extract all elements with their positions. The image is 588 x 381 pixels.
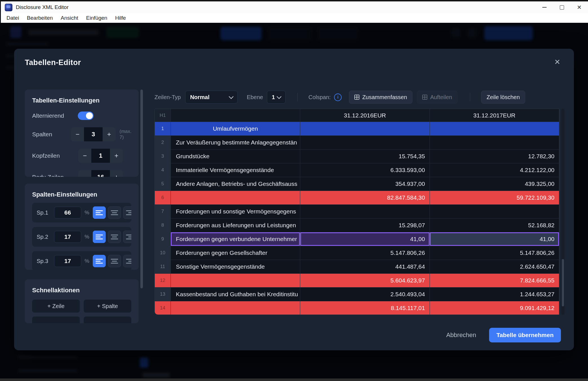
row-7-number-cell[interactable]: 7	[155, 205, 171, 219]
columns-decrement-button[interactable]: −	[71, 127, 84, 141]
minimize-button[interactable]	[536, 1, 553, 13]
row-10-number-cell[interactable]: 10	[155, 246, 171, 260]
row-9-value-2017-cell[interactable]: 41,00	[430, 232, 559, 246]
merge-cells-button[interactable]: Zusammenfassen	[349, 91, 412, 104]
row-3-label-cell[interactable]: Grundstücke	[171, 150, 300, 163]
add-column-button[interactable]: + Spalte	[84, 300, 131, 313]
header-row-number-cell[interactable]: H1	[155, 109, 171, 122]
align-center-button[interactable]	[108, 206, 121, 219]
split-cells-button[interactable]: Aufteilen	[417, 91, 457, 104]
row-1-label-cell[interactable]: Umlaufvermögen	[171, 122, 300, 136]
row-7-value-2017-cell[interactable]	[430, 205, 559, 219]
row-13-number-cell[interactable]: 13	[155, 288, 171, 301]
row-4-number-cell[interactable]: 4	[155, 163, 171, 177]
row-12-number-cell[interactable]: 12	[155, 274, 171, 288]
row-6-value-2016-cell[interactable]: 82.847.584,30	[300, 191, 430, 205]
delete-row-button[interactable]: Zeile löschen	[481, 91, 525, 104]
row-8-value-2016-cell[interactable]: 15.298,07	[300, 219, 430, 232]
row-8-number-cell[interactable]: 8	[155, 219, 171, 232]
align-center-button[interactable]	[108, 255, 121, 267]
apply-table-button[interactable]: Tabelle übernehmen	[489, 328, 561, 342]
body-rows-decrement-button[interactable]: −	[78, 170, 91, 177]
row-5-value-2016-cell[interactable]: 354.937,00	[300, 177, 430, 191]
row-14-label-cell[interactable]	[171, 301, 300, 315]
dialog-close-button[interactable]: ✕	[554, 58, 560, 66]
table-scrollbar-thumb[interactable]	[562, 259, 564, 306]
row-8-value-2017-cell[interactable]: 52.168,82	[430, 219, 559, 232]
alternating-toggle[interactable]	[78, 112, 94, 120]
align-right-button[interactable]	[123, 255, 131, 267]
row-12-label-cell[interactable]	[171, 274, 300, 288]
row-14-value-2017-cell[interactable]: 9.091.429,12	[430, 301, 559, 315]
row-11-label-cell[interactable]: Sonstige Vermögensgegenstände	[171, 260, 300, 274]
row-1-number-cell[interactable]: 1	[155, 122, 171, 136]
align-left-button[interactable]	[93, 231, 106, 243]
row-2-value-2016-cell[interactable]	[300, 136, 430, 150]
row-3-value-2017-cell[interactable]: 12.782,30	[430, 150, 559, 163]
row-4-value-2016-cell[interactable]: 6.333.593,00	[300, 163, 430, 177]
row-6-label-cell[interactable]	[171, 191, 300, 205]
maximize-button[interactable]	[553, 1, 571, 13]
body-rows-increment-button[interactable]: +	[110, 170, 123, 177]
row-4-value-2017-cell[interactable]: 4.212.122,00	[430, 163, 559, 177]
row-12-value-2017-cell[interactable]: 7.824.666,55	[430, 274, 559, 288]
row-13-value-2016-cell[interactable]: 2.540.493,04	[300, 288, 430, 301]
menu-item-einfuegen[interactable]: Einfügen	[82, 15, 111, 21]
level-select[interactable]: 1	[267, 91, 286, 104]
header-rows-increment-button[interactable]: +	[110, 149, 123, 163]
row-9-number-cell[interactable]: 9	[155, 232, 171, 246]
row-14-value-2016-cell[interactable]: 8.145.117,01	[300, 301, 430, 315]
row-8-label-cell[interactable]: Forderungen aus Lieferungen und Leistung…	[171, 219, 300, 232]
row-5-value-2017-cell[interactable]: 439.325,00	[430, 177, 559, 191]
row-3-number-cell[interactable]: 3	[155, 150, 171, 163]
header-cell-col1[interactable]	[171, 109, 300, 122]
menu-item-datei[interactable]: Datei	[3, 15, 23, 21]
row-14-number-cell[interactable]: 14	[155, 301, 171, 315]
align-left-button[interactable]	[93, 255, 106, 267]
column-1-width-input[interactable]	[54, 207, 81, 219]
align-center-button[interactable]	[108, 231, 121, 243]
row-7-label-cell[interactable]: Forderungen und sonstige Vermögensgegens	[171, 205, 300, 219]
align-right-button[interactable]	[123, 206, 131, 219]
sidebar-scrollbar-thumb[interactable]	[140, 90, 143, 288]
row-6-number-cell[interactable]: 6	[155, 191, 171, 205]
header-cell-col2[interactable]: 31.12.2016EUR	[300, 109, 430, 122]
menu-item-hilfe[interactable]: Hilfe	[111, 15, 130, 21]
row-10-value-2017-cell[interactable]: 5.147.806,26	[430, 246, 559, 260]
row-13-label-cell[interactable]: Kassenbestand und Guthaben bei Kreditins…	[171, 288, 300, 301]
columns-increment-button[interactable]: +	[103, 127, 116, 141]
align-left-button[interactable]	[93, 206, 106, 219]
row-1-value-2017-cell[interactable]	[430, 122, 559, 136]
cancel-button[interactable]: Abbrechen	[446, 331, 476, 339]
close-window-button[interactable]: ✕	[571, 1, 588, 13]
row-9-value-2016-cell[interactable]: 41,00	[300, 232, 430, 246]
header-rows-decrement-button[interactable]: −	[78, 149, 91, 163]
row-7-value-2016-cell[interactable]	[300, 205, 430, 219]
info-icon[interactable]: i	[334, 93, 342, 101]
row-1-value-2016-cell[interactable]	[300, 122, 430, 136]
menu-item-bearbeiten[interactable]: Bearbeiten	[23, 15, 57, 21]
row-5-number-cell[interactable]: 5	[155, 177, 171, 191]
row-11-number-cell[interactable]: 11	[155, 260, 171, 274]
row-9-label-cell[interactable]: Forderungen gegen verbundene Unternehmer	[171, 232, 300, 246]
row-4-label-cell[interactable]: Immaterielle Vermögensgegenstände	[171, 163, 300, 177]
row-10-label-cell[interactable]: Forderungen gegen Gesellschafter	[171, 246, 300, 260]
row-13-value-2017-cell[interactable]: 1.244.653,27	[430, 288, 559, 301]
row-11-value-2017-cell[interactable]: 2.624.650,47	[430, 260, 559, 274]
column-2-width-input[interactable]	[54, 231, 81, 243]
row-type-select[interactable]: Normal	[185, 91, 238, 104]
menu-item-ansicht[interactable]: Ansicht	[57, 15, 82, 21]
add-row-button[interactable]: + Zeile	[32, 300, 80, 313]
column-3-width-input[interactable]	[54, 255, 81, 267]
row-2-number-cell[interactable]: 2	[155, 136, 171, 150]
row-10-value-2016-cell[interactable]: 5.147.806,26	[300, 246, 430, 260]
align-right-button[interactable]	[123, 231, 131, 243]
row-11-value-2016-cell[interactable]: 441.487,64	[300, 260, 430, 274]
header-cell-col3[interactable]: 31.12.2017EUR	[430, 109, 559, 122]
row-5-label-cell[interactable]: Andere Anlagen, Betriebs- und Geschäftsa…	[171, 177, 300, 191]
row-2-value-2017-cell[interactable]	[430, 136, 559, 150]
row-12-value-2016-cell[interactable]: 5.604.623,97	[300, 274, 430, 288]
row-3-value-2016-cell[interactable]: 15.754,35	[300, 150, 430, 163]
row-2-label-cell[interactable]: Zur Veräußerung bestimmte Anlagegegenstä…	[171, 136, 300, 150]
row-6-value-2017-cell[interactable]: 59.722.109,30	[430, 191, 559, 205]
